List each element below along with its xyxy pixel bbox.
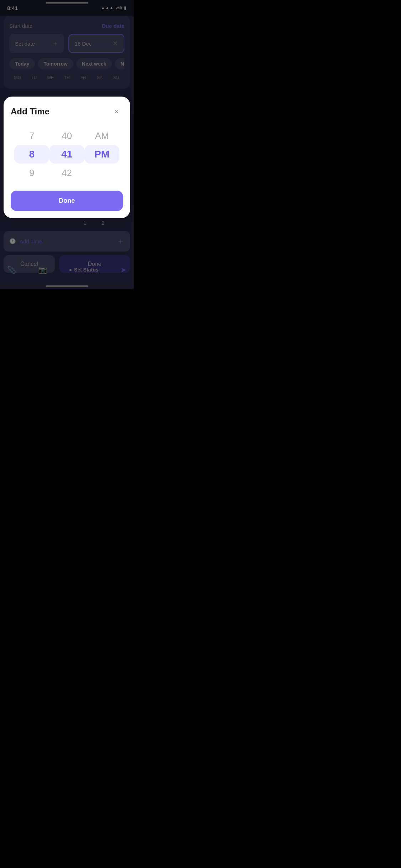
minute-above[interactable]: 40 [49,126,84,145]
add-time-modal: Add Time × 7 8 9 40 41 42 AM PM Done [4,97,130,218]
minute-selected[interactable]: 41 [49,145,84,164]
modal-header: Add Time × [11,105,123,118]
minutes-column: 40 41 42 [49,126,84,182]
hour-selected[interactable]: 8 [14,145,49,164]
modal-title: Add Time [11,107,50,117]
ampm-above[interactable]: AM [84,126,119,145]
hour-below[interactable]: 9 [14,164,49,182]
ampm-below[interactable] [84,164,119,182]
time-picker: 7 8 9 40 41 42 AM PM [11,126,123,182]
home-indicator [46,285,88,287]
modal-close-button[interactable]: × [110,105,123,118]
ampm-column: AM PM [84,126,119,182]
minute-below[interactable]: 42 [49,164,84,182]
modal-close-icon: × [114,108,119,116]
hours-column: 7 8 9 [14,126,49,182]
done-button[interactable]: Done [11,191,123,211]
ampm-selected[interactable]: PM [84,145,119,164]
hour-above[interactable]: 7 [14,126,49,145]
top-indicator [46,2,88,4]
